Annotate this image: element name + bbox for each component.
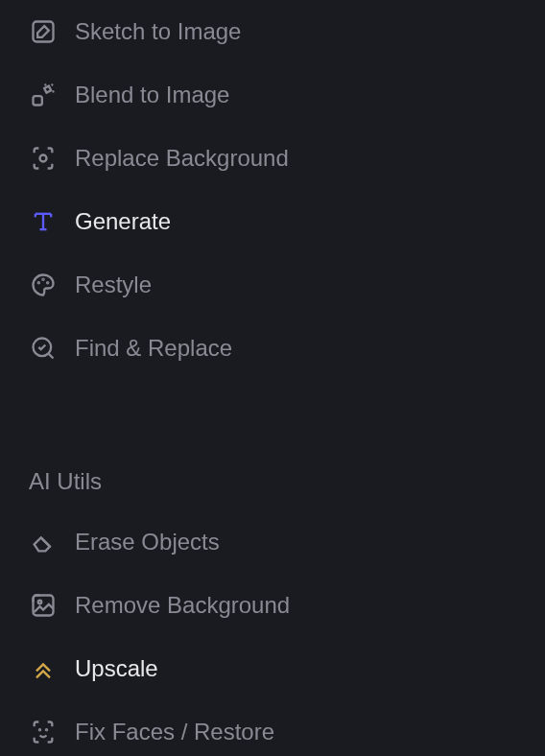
- find-icon: [29, 334, 58, 363]
- remove-bg-icon: [29, 591, 58, 620]
- sidebar-item-fix-faces[interactable]: Fix Faces / Restore: [0, 700, 545, 756]
- sidebar-item-generate[interactable]: Generate: [0, 190, 545, 253]
- sidebar-item-label: Fix Faces / Restore: [75, 719, 274, 745]
- svg-point-2: [40, 155, 47, 162]
- text-icon: [29, 207, 58, 236]
- svg-point-3: [38, 282, 39, 283]
- upscale-icon: [29, 654, 58, 683]
- section-header-ai-utils: AI Utils: [0, 380, 545, 510]
- sidebar-item-remove-background[interactable]: Remove Background: [0, 574, 545, 637]
- sidebar-item-blend-to-image[interactable]: Blend to Image: [0, 63, 545, 127]
- erase-icon: [29, 528, 58, 556]
- blend-icon: [29, 81, 58, 109]
- sidebar-item-restyle[interactable]: Restyle: [0, 253, 545, 317]
- sidebar-item-label: Remove Background: [75, 592, 290, 619]
- svg-point-10: [46, 729, 47, 730]
- sidebar: Sketch to Image Blend to Image Replace B: [0, 0, 545, 756]
- replace-bg-icon: [29, 144, 58, 173]
- palette-icon: [29, 271, 58, 299]
- svg-point-8: [38, 601, 42, 604]
- sidebar-item-label: Replace Background: [75, 145, 289, 172]
- sidebar-item-label: Sketch to Image: [75, 18, 241, 45]
- sidebar-item-label: Restyle: [75, 272, 152, 298]
- sidebar-item-find-replace[interactable]: Find & Replace: [0, 317, 545, 380]
- svg-rect-0: [34, 22, 54, 42]
- sidebar-item-sketch-to-image[interactable]: Sketch to Image: [0, 0, 545, 63]
- svg-point-5: [47, 282, 48, 283]
- sketch-icon: [29, 17, 58, 46]
- sidebar-item-label: Blend to Image: [75, 82, 229, 108]
- svg-point-4: [42, 279, 43, 280]
- sidebar-item-label: Erase Objects: [75, 529, 220, 555]
- sidebar-item-erase-objects[interactable]: Erase Objects: [0, 510, 545, 574]
- sidebar-item-label: Upscale: [75, 655, 158, 682]
- sidebar-item-upscale[interactable]: Upscale: [0, 637, 545, 700]
- face-icon: [29, 718, 58, 746]
- sidebar-item-label: Find & Replace: [75, 335, 232, 362]
- svg-rect-1: [34, 96, 42, 105]
- svg-point-9: [39, 729, 40, 730]
- sidebar-item-replace-background[interactable]: Replace Background: [0, 127, 545, 190]
- sidebar-item-label: Generate: [75, 208, 171, 235]
